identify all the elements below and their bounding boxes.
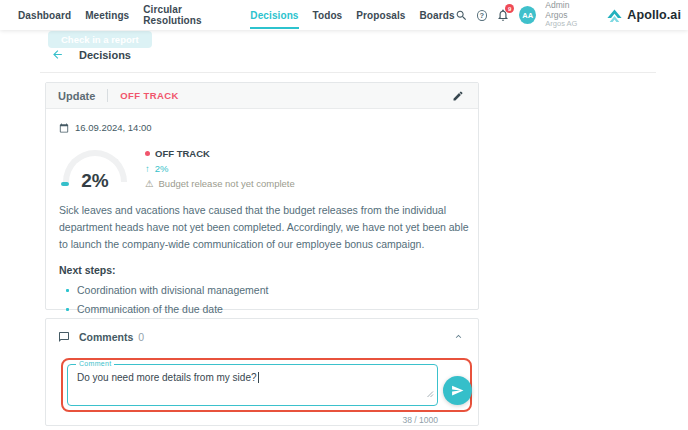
update-card: Update OFF TRACK 16.09.2024, 14:00 2% OF… xyxy=(45,82,479,310)
header-divider xyxy=(40,72,656,73)
back-arrow-icon[interactable] xyxy=(51,48,64,61)
nav-item-boards[interactable]: Boards xyxy=(420,2,455,29)
nav-item-todos[interactable]: Todos xyxy=(313,2,343,29)
character-counter: 38 / 1000 xyxy=(46,415,438,425)
comments-card: Comments 0 Comment Do you need more deta… xyxy=(45,318,479,426)
comment-text: Do you need more details from my side? xyxy=(77,372,257,383)
progress-gauge: 2% xyxy=(59,146,131,190)
send-icon xyxy=(451,384,464,397)
status-dot-icon xyxy=(145,151,150,156)
top-navbar: Dashboard Meetings Circular Resolutions … xyxy=(0,0,688,30)
gauge-value: 2% xyxy=(59,170,131,192)
page-title: Decisions xyxy=(79,49,131,61)
trend-up-arrow-icon: ↑ xyxy=(145,163,150,174)
list-item: Coordination with divisional management xyxy=(59,284,465,296)
page-header: Decisions xyxy=(51,48,131,61)
warning-row: ⚠ Budget release not yet complete xyxy=(145,178,295,189)
status-badge: OFF TRACK xyxy=(120,90,178,101)
update-date-row: 16.09.2024, 14:00 xyxy=(59,122,465,133)
status-details: OFF TRACK ↑ 2% ⚠ Budget release not yet … xyxy=(145,146,295,190)
next-steps-heading: Next steps: xyxy=(59,264,465,276)
resize-handle-icon[interactable] xyxy=(426,384,434,402)
warning-triangle-icon: ⚠ xyxy=(145,178,154,189)
notification-count-badge: 9 xyxy=(505,4,514,13)
user-menu[interactable]: Admin Argos Argos AG xyxy=(545,1,591,29)
warning-text: Budget release not yet complete xyxy=(159,178,295,189)
nav-item-circular-resolutions[interactable]: Circular Resolutions xyxy=(143,0,236,34)
nav-item-decisions[interactable]: Decisions xyxy=(250,2,298,29)
comments-header: Comments 0 xyxy=(46,319,478,344)
trend-value: 2% xyxy=(155,163,169,174)
list-item: Communication of the due date xyxy=(59,303,465,315)
chevron-up-icon[interactable] xyxy=(451,329,466,344)
brand-logo[interactable]: Apollo.ai xyxy=(606,8,681,23)
comments-count: 0 xyxy=(138,331,144,343)
update-description: Sick leaves and vacations have caused th… xyxy=(59,202,471,253)
apollo-logo-icon xyxy=(606,8,623,23)
user-avatar[interactable]: AA xyxy=(519,6,536,24)
comment-bubble-icon xyxy=(58,331,70,343)
trend-row: ↑ 2% xyxy=(145,163,295,174)
comment-input[interactable]: Comment Do you need more details from my… xyxy=(67,364,438,406)
update-card-title: Update xyxy=(58,90,95,102)
nav-item-proposals[interactable]: Proposals xyxy=(356,2,405,29)
calendar-icon xyxy=(59,123,69,133)
text-cursor xyxy=(258,372,259,383)
edit-pencil-icon[interactable] xyxy=(450,88,466,104)
comment-field-label: Comment xyxy=(76,360,114,367)
comments-title: Comments xyxy=(79,331,133,343)
main-nav: Dashboard Meetings Circular Resolutions … xyxy=(0,0,455,34)
user-name: Admin Argos xyxy=(545,1,591,21)
navbar-right: ? 9 AA Admin Argos Argos AG Apollo.ai xyxy=(455,1,688,29)
help-icon[interactable]: ? xyxy=(477,10,488,21)
progress-section: 2% OFF TRACK ↑ 2% ⚠ Budget release not y… xyxy=(59,146,465,190)
nav-item-meetings[interactable]: Meetings xyxy=(85,2,129,29)
update-datetime: 16.09.2024, 14:00 xyxy=(75,122,152,133)
nav-item-dashboard[interactable]: Dashboard xyxy=(18,2,71,29)
notifications-bell-icon[interactable]: 9 xyxy=(496,8,510,22)
next-steps-list: Coordination with divisional management … xyxy=(59,284,465,315)
header-separator xyxy=(107,89,108,102)
user-organization: Argos AG xyxy=(545,20,591,29)
update-card-header: Update OFF TRACK xyxy=(46,83,478,109)
status-row: OFF TRACK xyxy=(145,148,295,159)
brand-name: Apollo.ai xyxy=(627,8,681,22)
status-text: OFF TRACK xyxy=(155,148,210,159)
send-comment-button[interactable] xyxy=(443,376,472,405)
search-icon[interactable] xyxy=(455,9,468,22)
update-card-body: 16.09.2024, 14:00 2% OFF TRACK ↑ 2% ⚠ xyxy=(46,109,478,315)
